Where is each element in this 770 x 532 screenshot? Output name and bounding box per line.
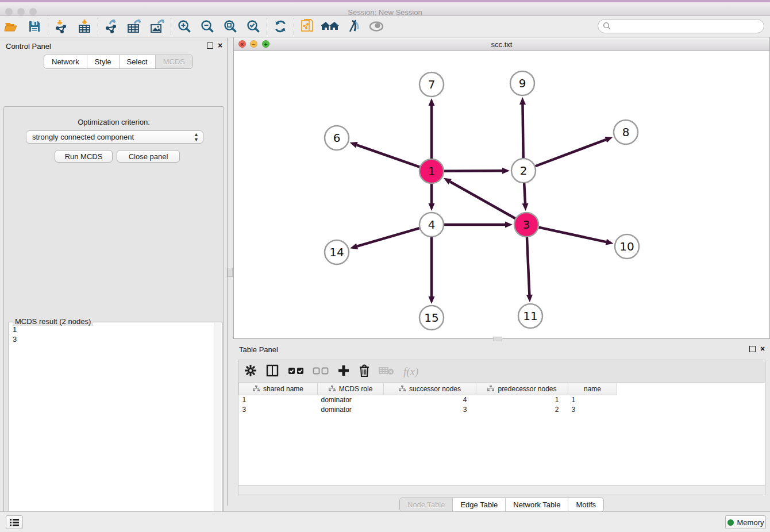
table-cell[interactable]: 3 — [384, 404, 476, 414]
zoom-selected-icon[interactable] — [242, 17, 265, 36]
edge-2-9[interactable] — [522, 105, 523, 158]
edge-arrowhead — [350, 243, 358, 249]
zoom-out-icon[interactable] — [196, 17, 219, 36]
tab-mcds[interactable]: MCDS — [155, 55, 192, 68]
zoom-fit-icon[interactable] — [219, 17, 242, 36]
split-columns-icon[interactable] — [265, 364, 279, 380]
function-builder-icon[interactable]: f(x) — [403, 365, 418, 378]
control-panel-titlebar: Control Panel × — [0, 38, 227, 54]
export-network-icon[interactable] — [100, 17, 123, 36]
tab-network-table[interactable]: Network Table — [505, 498, 568, 511]
graph-node-label: 7 — [428, 78, 436, 91]
table-cell[interactable]: 4 — [384, 395, 476, 404]
result-scrollbar[interactable] — [214, 323, 221, 532]
column-header-name[interactable]: name — [568, 383, 617, 395]
float-panel-icon[interactable] — [749, 346, 756, 352]
table-tabs: Node Table Edge Table Network Table Moti… — [233, 498, 770, 512]
close-panel-icon[interactable]: × — [218, 41, 222, 50]
bird-eye-view-icon[interactable] — [365, 17, 388, 36]
optimization-criterion-label: Optimization criterion: — [4, 118, 224, 126]
column-header-shared-name[interactable]: shared name — [239, 383, 318, 395]
node-table-grid[interactable]: shared nameMCDS rolesuccessor nodesprede… — [238, 383, 617, 414]
close-panel-button[interactable]: Close panel — [117, 150, 180, 163]
import-network-icon[interactable] — [50, 17, 73, 36]
mcds-result-text[interactable]: 1 3 — [10, 325, 213, 532]
control-panel: Control Panel × Network Style Select MCD… — [0, 38, 228, 506]
edge-4-14[interactable] — [357, 228, 419, 246]
task-history-button[interactable] — [6, 515, 23, 529]
edge-2-8[interactable] — [536, 140, 606, 166]
table-cell[interactable]: dominator — [318, 395, 384, 404]
homes-icon[interactable] — [319, 17, 342, 36]
table-cell[interactable]: 2 — [476, 404, 568, 414]
clear-checkboxes-icon[interactable] — [313, 366, 329, 377]
add-column-icon[interactable] — [337, 364, 350, 379]
edge-1-6[interactable] — [357, 145, 419, 167]
titlebar: Session: New Session — [0, 2, 770, 16]
tab-edge-table[interactable]: Edge Table — [452, 498, 505, 511]
close-panel-icon[interactable]: × — [760, 344, 765, 353]
run-mcds-button[interactable]: Run MCDS — [55, 150, 113, 163]
edge-3-10[interactable] — [538, 228, 606, 242]
table-cell[interactable]: 1 — [239, 395, 318, 404]
window-title: Session: New Session — [0, 8, 770, 17]
trash-icon[interactable] — [359, 364, 370, 380]
graph-node-label: 6 — [333, 131, 341, 145]
graph-node-label: 1 — [428, 164, 436, 178]
delete-table-icon[interactable] — [379, 365, 395, 378]
edge-2-3[interactable] — [524, 183, 525, 203]
column-header-MCDS-role[interactable]: MCDS role — [318, 383, 384, 395]
tab-node-table[interactable]: Node Table — [400, 498, 453, 511]
float-panel-icon[interactable] — [207, 43, 213, 49]
table-row[interactable]: 1dominator411 — [239, 395, 617, 404]
table-cell[interactable]: 3 — [239, 404, 318, 414]
show-graphics-details-icon[interactable] — [342, 17, 365, 36]
tab-style[interactable]: Style — [87, 55, 119, 68]
mcds-panel-body: Optimization criterion: strongly connect… — [3, 106, 224, 532]
table-row[interactable]: 3dominator323 — [239, 404, 617, 414]
tab-select[interactable]: Select — [119, 55, 155, 68]
select-all-checkboxes-icon[interactable] — [288, 366, 304, 377]
zoom-in-icon[interactable] — [173, 17, 196, 36]
edge-3-11[interactable] — [527, 237, 529, 295]
status-bar: Memory — [0, 511, 770, 532]
export-table-icon[interactable] — [123, 17, 146, 36]
edge-3-1[interactable] — [450, 182, 515, 218]
horizontal-splitter-handle[interactable] — [493, 337, 502, 341]
open-file-icon[interactable] — [0, 17, 23, 36]
column-header-successor-nodes[interactable]: successor nodes — [384, 383, 476, 395]
graph-node-label: 11 — [523, 309, 537, 323]
select-stepper-icon: ▲▼ — [194, 132, 199, 142]
tab-motifs[interactable]: Motifs — [568, 498, 603, 511]
edge-arrowhead — [605, 137, 613, 142]
column-header-predecessor-nodes[interactable]: predecessor nodes — [476, 383, 568, 395]
search-input[interactable] — [598, 19, 764, 33]
save-session-icon[interactable] — [23, 17, 46, 36]
table-panel-titlebar: Table Panel × — [233, 341, 770, 357]
edge-arrowhead — [606, 239, 614, 245]
layout-refresh-icon[interactable] — [269, 17, 292, 36]
vertical-splitter-handle[interactable] — [228, 268, 233, 277]
import-table-icon[interactable] — [73, 17, 96, 36]
edge-1-2[interactable] — [444, 171, 502, 171]
table-cell[interactable]: 3 — [568, 404, 617, 414]
export-image-icon[interactable] — [146, 17, 169, 36]
graph-node-label: 10 — [619, 240, 634, 253]
network-canvas[interactable]: 7968124314101511 — [234, 51, 769, 338]
tab-network[interactable]: Network — [44, 55, 87, 68]
network-window-titlebar[interactable]: × – + scc.txt — [234, 37, 769, 51]
edge-arrowhead — [526, 295, 533, 302]
memory-button[interactable]: Memory — [725, 515, 766, 529]
table-cell[interactable]: 1 — [568, 395, 617, 404]
graph-node-label: 15 — [424, 311, 438, 325]
table-cell[interactable]: 1 — [476, 395, 568, 404]
edge-arrowhead — [429, 296, 435, 304]
new-network-icon[interactable] — [296, 17, 319, 36]
table-horizontal-scrollbar[interactable] — [238, 486, 765, 495]
edge-arrowhead — [522, 203, 529, 211]
criterion-select[interactable]: strongly connected component ▲▼ — [26, 130, 203, 144]
edge-arrowhead — [350, 142, 358, 148]
gear-icon[interactable] — [244, 364, 257, 379]
search-field[interactable] — [611, 22, 755, 30]
table-cell[interactable]: dominator — [318, 404, 384, 414]
